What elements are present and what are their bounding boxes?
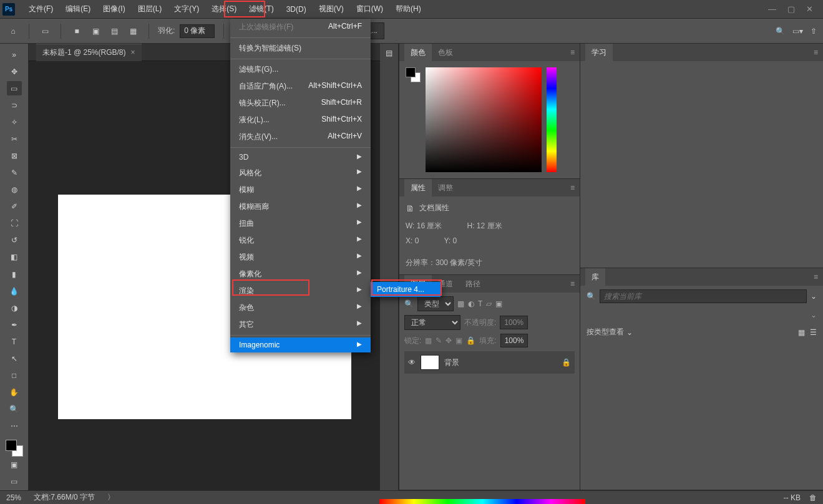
lock-art-icon[interactable]: ▣ (455, 336, 462, 345)
menu-3d[interactable]: 3D(D) (280, 1, 313, 17)
library-tab[interactable]: 库 (585, 268, 605, 286)
trash-icon[interactable]: 🗑 (809, 493, 817, 502)
panel-menu-icon[interactable]: ≡ (570, 48, 575, 57)
menu-distort[interactable]: 扭曲▶ (230, 215, 371, 232)
menu-imagenomic[interactable]: Imagenomic▶ (230, 337, 371, 352)
history-brush-tool-icon[interactable]: ↺ (7, 233, 22, 248)
color-tab[interactable]: 颜色 (404, 44, 432, 62)
hue-strip[interactable] (547, 67, 557, 172)
layer-row[interactable]: 👁 背景 🔒 (404, 351, 575, 374)
menu-window[interactable]: 窗口(W) (350, 0, 389, 18)
sel-new-icon[interactable]: ■ (70, 24, 84, 38)
screenmode-icon[interactable]: ▭ (7, 475, 22, 489)
menu-portraiture[interactable]: Portraiture 4... (371, 282, 441, 297)
adjustments-tab[interactable]: 调整 (432, 179, 459, 197)
view-by-label[interactable]: 按类型查看 (587, 327, 624, 337)
menu-select[interactable]: 选择(S) (205, 0, 243, 18)
menu-filter[interactable]: 滤镜(T) (243, 0, 280, 18)
chevron-down-icon[interactable]: ⌄ (811, 311, 817, 319)
maximize-icon[interactable]: ▢ (787, 4, 795, 14)
eyedropper-tool-icon[interactable]: ✎ (7, 166, 22, 180)
workspace-icon[interactable]: ▭▾ (792, 27, 803, 36)
doc-close-icon[interactable]: × (131, 48, 135, 57)
close-icon[interactable]: ✕ (806, 4, 813, 14)
quickmask-icon[interactable]: ▣ (7, 458, 22, 472)
menu-smart-filter[interactable]: 转换为智能滤镜(S) (230, 40, 371, 57)
heal-tool-icon[interactable]: ◍ (7, 183, 22, 197)
menu-video[interactable]: 视频▶ (230, 249, 371, 266)
menu-type[interactable]: 文字(Y) (168, 0, 205, 18)
layer-filter-icon[interactable]: 🔍 (404, 299, 414, 308)
search-icon[interactable]: 🔍 (776, 27, 785, 36)
menu-image[interactable]: 图像(I) (97, 0, 131, 18)
document-tab[interactable]: 未标题-1 @ 25%(RGB/8) × (36, 44, 142, 61)
chevron-down-icon[interactable]: ⌄ (811, 292, 817, 301)
menu-layer[interactable]: 图层(L) (132, 0, 168, 18)
lock-trans-icon[interactable]: ▦ (425, 336, 432, 345)
lasso-tool-icon[interactable]: ⊃ (7, 98, 22, 112)
panel-menu-icon[interactable]: ≡ (814, 48, 818, 57)
crop-tool-icon[interactable]: ✂ (7, 132, 22, 146)
shape-tool-icon[interactable]: □ (7, 368, 22, 382)
color-mini-swatch[interactable] (406, 67, 421, 82)
path-tool-icon[interactable]: ↖ (7, 351, 22, 366)
sel-intersect-icon[interactable]: ▦ (126, 24, 140, 38)
minimize-icon[interactable]: — (768, 4, 776, 14)
list-view-icon[interactable]: ☰ (810, 328, 817, 337)
sel-sub-icon[interactable]: ▤ (107, 24, 121, 38)
hand-tool-icon[interactable]: ✋ (7, 385, 22, 400)
swatches-tab[interactable]: 色板 (432, 44, 459, 62)
menu-edit[interactable]: 编辑(E) (59, 0, 97, 18)
foreground-color[interactable] (6, 440, 17, 451)
panel-menu-icon[interactable]: ≡ (570, 279, 575, 288)
type-tool-icon[interactable]: T (7, 334, 22, 349)
lock-all-icon[interactable]: 🔒 (466, 336, 475, 345)
zoom-tool-icon[interactable]: 🔍 (7, 402, 22, 417)
menu-liquify[interactable]: 液化(L)...Shift+Ctrl+X (230, 112, 371, 128)
filter-smart-icon[interactable]: ▣ (495, 299, 502, 308)
fill-value[interactable]: 100% (500, 334, 528, 347)
arrow-icon[interactable]: 〉 (107, 492, 115, 503)
layer-kind-select[interactable]: 类型 (417, 296, 454, 311)
menu-blur-gallery[interactable]: 模糊画廊▶ (230, 198, 371, 215)
library-search-input[interactable] (600, 289, 807, 303)
stamp-tool-icon[interactable]: ⛶ (7, 216, 22, 231)
menu-vanishing-point[interactable]: 消失点(V)...Alt+Ctrl+V (230, 128, 371, 145)
filter-shape-icon[interactable]: ▱ (486, 299, 492, 308)
menu-noise[interactable]: 杂色▶ (230, 299, 371, 316)
home-icon[interactable]: ⌂ (6, 24, 20, 38)
menu-3d[interactable]: 3D▶ (230, 150, 371, 165)
chevron-down-icon[interactable]: ⌄ (626, 328, 633, 337)
blend-mode-select[interactable]: 正常 (404, 315, 460, 330)
paths-tab[interactable]: 路径 (459, 275, 487, 293)
visibility-icon[interactable]: 👁 (408, 358, 416, 367)
menu-stylize[interactable]: 风格化▶ (230, 165, 371, 182)
grid-view-icon[interactable]: ▦ (798, 328, 805, 337)
sel-add-icon[interactable]: ▣ (89, 24, 102, 38)
menu-file[interactable]: 文件(F) (22, 0, 59, 18)
marquee-preset-icon[interactable]: ▭ (38, 24, 52, 38)
color-swatch[interactable] (6, 440, 23, 457)
share-icon[interactable]: ⇧ (811, 27, 817, 36)
menu-blur[interactable]: 模糊▶ (230, 182, 371, 198)
dodge-tool-icon[interactable]: ◑ (7, 301, 22, 315)
opacity-value[interactable]: 100% (500, 316, 528, 329)
gradient-tool-icon[interactable]: ▮ (7, 267, 22, 281)
menu-view[interactable]: 视图(V) (313, 0, 350, 18)
panel-icon[interactable]: ▤ (386, 49, 392, 57)
brush-tool-icon[interactable]: ✐ (7, 200, 22, 214)
wand-tool-icon[interactable]: ✧ (7, 115, 22, 129)
menu-pixelate[interactable]: 像素化▶ (230, 266, 371, 283)
blur-tool-icon[interactable]: 💧 (7, 284, 22, 298)
move-tool-icon[interactable]: ✥ (7, 64, 22, 79)
layer-thumb[interactable] (421, 355, 439, 370)
lock-paint-icon[interactable]: ✎ (436, 336, 442, 345)
color-field[interactable] (426, 67, 542, 172)
panel-menu-icon[interactable]: ≡ (570, 183, 575, 192)
menu-lens-correction[interactable]: 镜头校正(R)...Shift+Ctrl+R (230, 95, 371, 112)
pen-tool-icon[interactable]: ✒ (7, 317, 22, 332)
zoom-level[interactable]: 25% (6, 493, 21, 502)
menu-last-filter[interactable]: 上次滤镜操作(F)Alt+Ctrl+F (230, 19, 371, 36)
expand-icon[interactable]: » (7, 47, 22, 62)
more-tools-icon[interactable]: ⋯ (7, 419, 22, 434)
